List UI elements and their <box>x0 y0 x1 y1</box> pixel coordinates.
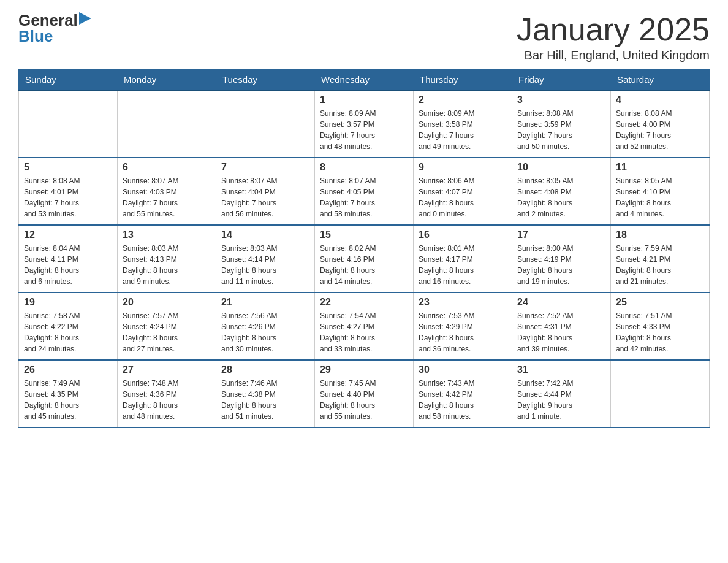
calendar-week-row: 12Sunrise: 8:04 AM Sunset: 4:11 PM Dayli… <box>19 225 710 293</box>
day-number: 15 <box>320 229 408 240</box>
calendar-cell <box>118 90 216 158</box>
day-number: 21 <box>221 297 309 308</box>
calendar-header-thursday: Thursday <box>414 69 512 91</box>
calendar-header-row: SundayMondayTuesdayWednesdayThursdayFrid… <box>19 69 710 91</box>
calendar-cell: 18Sunrise: 7:59 AM Sunset: 4:21 PM Dayli… <box>611 225 710 293</box>
day-number: 8 <box>320 162 408 173</box>
calendar-table: SundayMondayTuesdayWednesdayThursdayFrid… <box>18 69 710 428</box>
day-number: 31 <box>517 364 605 375</box>
day-number: 10 <box>517 162 605 173</box>
calendar-cell: 26Sunrise: 7:49 AM Sunset: 4:35 PM Dayli… <box>19 360 118 427</box>
day-number: 23 <box>419 297 507 308</box>
day-info: Sunrise: 7:42 AM Sunset: 4:44 PM Dayligh… <box>517 378 605 422</box>
day-info: Sunrise: 8:06 AM Sunset: 4:07 PM Dayligh… <box>419 175 507 220</box>
calendar-cell: 23Sunrise: 7:53 AM Sunset: 4:29 PM Dayli… <box>414 293 512 360</box>
calendar-cell: 20Sunrise: 7:57 AM Sunset: 4:24 PM Dayli… <box>118 293 216 360</box>
day-number: 17 <box>517 229 605 240</box>
calendar-header-wednesday: Wednesday <box>315 69 414 91</box>
title-area: January 2025 Bar Hill, England, United K… <box>517 12 710 63</box>
day-info: Sunrise: 7:51 AM Sunset: 4:33 PM Dayligh… <box>616 310 704 354</box>
svg-marker-0 <box>79 12 91 25</box>
day-number: 1 <box>320 94 408 105</box>
day-info: Sunrise: 7:57 AM Sunset: 4:24 PM Dayligh… <box>123 310 211 354</box>
calendar-header-tuesday: Tuesday <box>216 69 315 91</box>
day-info: Sunrise: 7:48 AM Sunset: 4:36 PM Dayligh… <box>123 378 211 422</box>
calendar-cell: 28Sunrise: 7:46 AM Sunset: 4:38 PM Dayli… <box>216 360 315 427</box>
day-info: Sunrise: 7:49 AM Sunset: 4:35 PM Dayligh… <box>24 378 112 422</box>
day-info: Sunrise: 7:43 AM Sunset: 4:42 PM Dayligh… <box>419 378 507 422</box>
day-info: Sunrise: 8:08 AM Sunset: 3:59 PM Dayligh… <box>517 108 605 152</box>
calendar-cell: 11Sunrise: 8:05 AM Sunset: 4:10 PM Dayli… <box>611 158 710 225</box>
day-info: Sunrise: 7:58 AM Sunset: 4:22 PM Dayligh… <box>24 310 112 354</box>
day-info: Sunrise: 8:08 AM Sunset: 4:01 PM Dayligh… <box>24 175 112 220</box>
calendar-cell <box>611 360 710 427</box>
day-info: Sunrise: 7:52 AM Sunset: 4:31 PM Dayligh… <box>517 310 605 354</box>
calendar-week-row: 5Sunrise: 8:08 AM Sunset: 4:01 PM Daylig… <box>19 158 710 225</box>
page-header: General Blue January 2025 Bar Hill, Engl… <box>18 12 710 63</box>
day-number: 25 <box>616 297 704 308</box>
day-info: Sunrise: 8:07 AM Sunset: 4:03 PM Dayligh… <box>123 175 211 220</box>
calendar-cell: 7Sunrise: 8:07 AM Sunset: 4:04 PM Daylig… <box>216 158 315 225</box>
calendar-cell: 6Sunrise: 8:07 AM Sunset: 4:03 PM Daylig… <box>118 158 216 225</box>
day-number: 29 <box>320 364 408 375</box>
day-info: Sunrise: 7:54 AM Sunset: 4:27 PM Dayligh… <box>320 310 408 354</box>
calendar-week-row: 1Sunrise: 8:09 AM Sunset: 3:57 PM Daylig… <box>19 90 710 158</box>
day-info: Sunrise: 8:09 AM Sunset: 3:57 PM Dayligh… <box>320 108 408 152</box>
day-info: Sunrise: 7:59 AM Sunset: 4:21 PM Dayligh… <box>616 243 704 287</box>
day-number: 5 <box>24 162 112 173</box>
logo-blue: Blue <box>18 28 91 44</box>
day-number: 30 <box>419 364 507 375</box>
calendar-cell: 2Sunrise: 8:09 AM Sunset: 3:58 PM Daylig… <box>414 90 512 158</box>
calendar-cell <box>19 90 118 158</box>
day-info: Sunrise: 7:56 AM Sunset: 4:26 PM Dayligh… <box>221 310 309 354</box>
day-info: Sunrise: 8:05 AM Sunset: 4:08 PM Dayligh… <box>517 175 605 220</box>
day-number: 2 <box>419 94 507 105</box>
calendar-week-row: 26Sunrise: 7:49 AM Sunset: 4:35 PM Dayli… <box>19 360 710 427</box>
day-info: Sunrise: 8:03 AM Sunset: 4:14 PM Dayligh… <box>221 243 309 287</box>
day-number: 11 <box>616 162 704 173</box>
calendar-cell: 15Sunrise: 8:02 AM Sunset: 4:16 PM Dayli… <box>315 225 414 293</box>
day-info: Sunrise: 8:03 AM Sunset: 4:13 PM Dayligh… <box>123 243 211 287</box>
day-info: Sunrise: 8:07 AM Sunset: 4:05 PM Dayligh… <box>320 175 408 220</box>
calendar-cell: 9Sunrise: 8:06 AM Sunset: 4:07 PM Daylig… <box>414 158 512 225</box>
calendar-week-row: 19Sunrise: 7:58 AM Sunset: 4:22 PM Dayli… <box>19 293 710 360</box>
day-number: 3 <box>517 94 605 105</box>
day-info: Sunrise: 8:05 AM Sunset: 4:10 PM Dayligh… <box>616 175 704 220</box>
calendar-cell: 14Sunrise: 8:03 AM Sunset: 4:14 PM Dayli… <box>216 225 315 293</box>
calendar-cell: 17Sunrise: 8:00 AM Sunset: 4:19 PM Dayli… <box>512 225 611 293</box>
day-info: Sunrise: 7:45 AM Sunset: 4:40 PM Dayligh… <box>320 378 408 422</box>
logo-general: General <box>18 12 78 28</box>
calendar-cell <box>216 90 315 158</box>
day-info: Sunrise: 8:07 AM Sunset: 4:04 PM Dayligh… <box>221 175 309 220</box>
day-info: Sunrise: 8:00 AM Sunset: 4:19 PM Dayligh… <box>517 243 605 287</box>
day-number: 24 <box>517 297 605 308</box>
calendar-cell: 3Sunrise: 8:08 AM Sunset: 3:59 PM Daylig… <box>512 90 611 158</box>
day-info: Sunrise: 8:08 AM Sunset: 4:00 PM Dayligh… <box>616 108 704 152</box>
day-number: 28 <box>221 364 309 375</box>
calendar-cell: 21Sunrise: 7:56 AM Sunset: 4:26 PM Dayli… <box>216 293 315 360</box>
calendar-header-monday: Monday <box>118 69 216 91</box>
calendar-cell: 31Sunrise: 7:42 AM Sunset: 4:44 PM Dayli… <box>512 360 611 427</box>
day-number: 19 <box>24 297 112 308</box>
location: Bar Hill, England, United Kingdom <box>517 48 710 63</box>
day-number: 4 <box>616 94 704 105</box>
day-number: 6 <box>123 162 211 173</box>
calendar-cell: 24Sunrise: 7:52 AM Sunset: 4:31 PM Dayli… <box>512 293 611 360</box>
calendar-header-sunday: Sunday <box>19 69 118 91</box>
day-number: 16 <box>419 229 507 240</box>
calendar-cell: 30Sunrise: 7:43 AM Sunset: 4:42 PM Dayli… <box>414 360 512 427</box>
day-info: Sunrise: 8:04 AM Sunset: 4:11 PM Dayligh… <box>24 243 112 287</box>
day-number: 12 <box>24 229 112 240</box>
day-info: Sunrise: 8:09 AM Sunset: 3:58 PM Dayligh… <box>419 108 507 152</box>
day-number: 7 <box>221 162 309 173</box>
calendar-cell: 22Sunrise: 7:54 AM Sunset: 4:27 PM Dayli… <box>315 293 414 360</box>
day-info: Sunrise: 8:01 AM Sunset: 4:17 PM Dayligh… <box>419 243 507 287</box>
day-number: 26 <box>24 364 112 375</box>
day-info: Sunrise: 8:02 AM Sunset: 4:16 PM Dayligh… <box>320 243 408 287</box>
calendar-cell: 25Sunrise: 7:51 AM Sunset: 4:33 PM Dayli… <box>611 293 710 360</box>
logo: General Blue <box>18 12 91 44</box>
calendar-cell: 13Sunrise: 8:03 AM Sunset: 4:13 PM Dayli… <box>118 225 216 293</box>
calendar-header-friday: Friday <box>512 69 611 91</box>
day-number: 13 <box>123 229 211 240</box>
calendar-cell: 8Sunrise: 8:07 AM Sunset: 4:05 PM Daylig… <box>315 158 414 225</box>
